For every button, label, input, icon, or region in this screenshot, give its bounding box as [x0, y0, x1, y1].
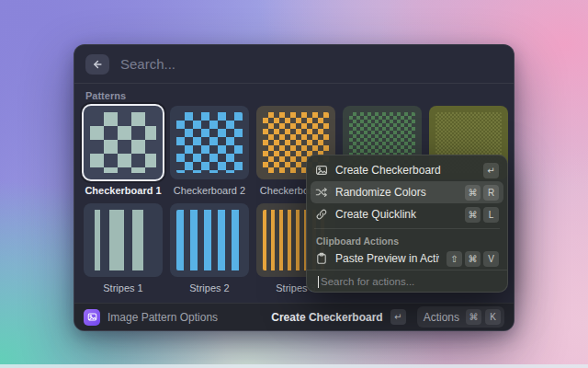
menu-item-shortcut: ↵	[483, 163, 499, 178]
extension-name: Image Pattern Options	[107, 311, 264, 324]
key-badge: V	[483, 251, 499, 267]
menu-item-randomize-colors[interactable]: Randomize Colors⌘R	[311, 181, 503, 203]
search-bar: Search...	[74, 45, 514, 84]
key-badge: ⌘	[465, 185, 481, 201]
key-badge: ⌘	[466, 309, 481, 325]
actions-button[interactable]: Actions ⌘K	[417, 306, 504, 328]
pattern-tile[interactable]	[170, 203, 249, 277]
actions-search-field[interactable]: Search for actions...	[307, 270, 507, 293]
menu-item-shortcut: ⌘R	[465, 185, 499, 201]
pattern-swatch	[90, 210, 156, 270]
key-badge: ↵	[483, 163, 499, 178]
key-badge: L	[483, 207, 499, 223]
key-badge: K	[485, 309, 501, 325]
pattern-swatch	[90, 112, 156, 173]
link-icon	[315, 208, 328, 221]
pattern-tile-label: Stripes 1	[84, 277, 163, 301]
back-arrow-icon	[91, 58, 104, 71]
pattern-tile[interactable]	[170, 106, 249, 179]
section-header-patterns: Patterns	[74, 84, 514, 106]
action-menu-list: Create Checkerboard↵Randomize Colors⌘RCr…	[311, 159, 503, 225]
menu-item-label: Create Checkerboard	[335, 164, 476, 177]
pattern-cell: Checkerboard 2	[170, 106, 249, 203]
shuffle-icon	[315, 186, 328, 199]
pattern-tile[interactable]	[84, 203, 163, 277]
text-caret	[318, 276, 319, 288]
menu-item-create-quicklink[interactable]: Create Quicklink⌘L	[311, 203, 503, 225]
menu-item-paste-preview-in-active-app[interactable]: Paste Preview in Active App⇧⌘V	[311, 247, 503, 270]
action-menu: Create Checkerboard↵Randomize Colors⌘RCr…	[306, 155, 508, 293]
menu-item-label: Paste Preview in Active App	[335, 252, 439, 265]
pattern-swatch	[176, 210, 243, 270]
menu-item-label: Randomize Colors	[335, 186, 458, 199]
back-button[interactable]	[85, 54, 109, 75]
menu-divider	[314, 228, 500, 229]
pattern-cell: Stripes 2	[170, 203, 249, 301]
menu-item-label: Create Quicklink	[335, 208, 458, 221]
key-badge: ⌘	[465, 251, 481, 267]
pattern-swatch	[176, 112, 243, 173]
pattern-tile[interactable]	[84, 106, 163, 179]
actions-shortcut: ⌘K	[466, 309, 501, 325]
key-badge: R	[483, 185, 499, 201]
actions-label: Actions	[421, 311, 462, 324]
action-menu-section-list: Paste Preview in Active App⇧⌘V	[311, 247, 503, 270]
menu-item-shortcut: ⌘L	[465, 207, 499, 223]
key-badge: ⌘	[465, 207, 481, 223]
extension-icon	[84, 309, 100, 326]
return-key-badge: ↵	[390, 309, 406, 325]
search-input[interactable]: Search...	[120, 56, 175, 72]
clipboard-icon	[315, 252, 328, 265]
image-icon	[315, 164, 328, 177]
pattern-cell: Checkerboard 1	[84, 106, 163, 203]
pattern-tile-label: Stripes 2	[170, 277, 249, 301]
menu-section-header: Clipboard Actions	[311, 232, 503, 247]
pattern-cell: Stripes 1	[84, 203, 163, 301]
menu-item-shortcut: ⇧⌘V	[447, 251, 499, 267]
pattern-tile-label: Checkerboard 1	[84, 179, 163, 203]
menu-item-create-checkerboard[interactable]: Create Checkerboard↵	[311, 159, 503, 181]
key-badge: ⇧	[447, 251, 462, 267]
footer-bar: Image Pattern Options Create Checkerboar…	[74, 303, 514, 330]
actions-search-placeholder: Search for actions...	[321, 276, 414, 287]
pattern-tile-label: Checkerboard 2	[170, 179, 249, 203]
primary-action-button[interactable]: Create Checkerboard	[271, 311, 382, 324]
